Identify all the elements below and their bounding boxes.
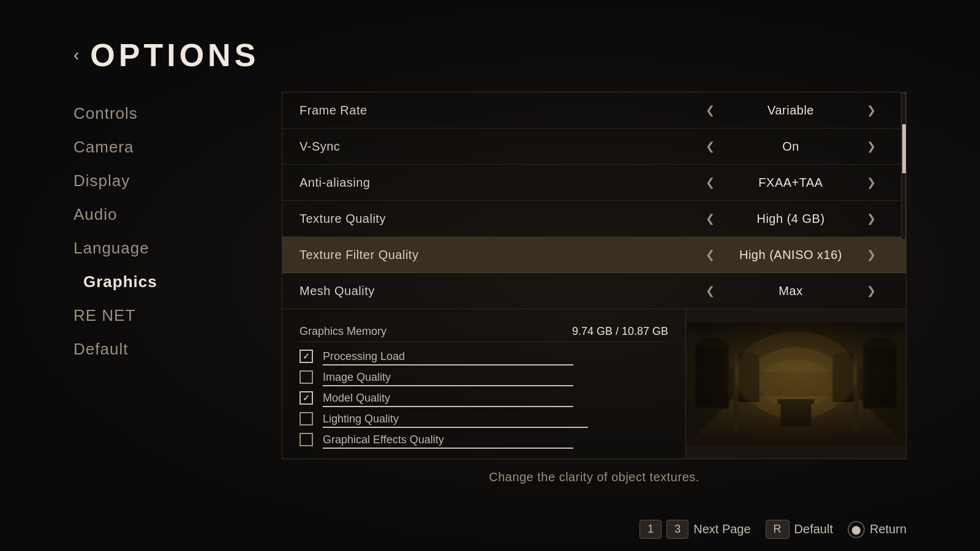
arrow-right-3[interactable]: ❯: [862, 209, 881, 228]
checkbox-4[interactable]: [300, 433, 313, 446]
checkboxes-panel: Graphics Memory 9.74 GB / 10.87 GB Proce…: [282, 309, 685, 459]
default-label: Default: [794, 522, 833, 536]
svg-rect-26: [686, 323, 906, 444]
progress-bar-0: [323, 364, 573, 365]
arrow-left-0[interactable]: ❮: [701, 101, 720, 119]
sidebar-item-controls[interactable]: Controls: [74, 98, 245, 129]
memory-row: Graphics Memory 9.74 GB / 10.87 GB: [300, 319, 668, 342]
scrollbar-track[interactable]: [901, 92, 906, 239]
checkbox-label-0: Processing Load: [323, 350, 405, 363]
setting-row-1[interactable]: V-Sync❮On❯: [282, 129, 906, 165]
checkbox-label-2: Model Quality: [323, 392, 390, 405]
next-page-label[interactable]: Next Page: [693, 522, 750, 536]
page-key-1[interactable]: 1: [639, 520, 662, 539]
progress-bar-3: [323, 427, 588, 428]
setting-value-1: On: [729, 140, 852, 154]
return-label: Return: [870, 522, 907, 536]
checkbox-label-4: Graphical Effects Quality: [323, 433, 444, 446]
setting-name-5: Mesh Quality: [300, 284, 693, 298]
footer-page-nav: 1 3 Next Page: [639, 520, 750, 539]
arrow-right-2[interactable]: ❯: [862, 173, 881, 192]
setting-name-4: Texture Filter Quality: [300, 248, 693, 262]
checkbox-item-1: Image Quality: [300, 370, 668, 386]
footer-default: R Default: [766, 520, 833, 539]
footer: 1 3 Next Page R Default ⬤ Return: [0, 512, 980, 551]
default-key[interactable]: R: [766, 520, 790, 539]
checkbox-label-1: Image Quality: [323, 371, 391, 384]
checkbox-1[interactable]: [300, 370, 313, 384]
arrow-right-4[interactable]: ❯: [862, 246, 881, 264]
bottom-section: Graphics Memory 9.74 GB / 10.87 GB Proce…: [282, 309, 907, 459]
preview-panel: [685, 309, 906, 459]
setting-value-0: Variable: [729, 103, 852, 118]
settings-panel: Frame Rate❮Variable❯V-Sync❮On❯Anti-alias…: [282, 92, 907, 512]
setting-row-0[interactable]: Frame Rate❮Variable❯: [282, 92, 906, 129]
sidebar: ControlsCameraDisplayAudioLanguageGraphi…: [74, 92, 245, 512]
sidebar-item-graphics[interactable]: Graphics: [74, 266, 245, 298]
sidebar-item-re-net[interactable]: RE NET: [74, 300, 245, 331]
arrow-right-1[interactable]: ❯: [862, 137, 881, 156]
checkbox-2[interactable]: [300, 391, 313, 405]
arrow-right-0[interactable]: ❯: [862, 101, 881, 119]
sidebar-item-display[interactable]: Display: [74, 165, 245, 197]
footer-return: ⬤ Return: [848, 521, 907, 538]
arrow-left-5[interactable]: ❮: [701, 282, 720, 300]
arrow-left-4[interactable]: ❮: [701, 246, 720, 264]
setting-row-2[interactable]: Anti-aliasing❮FXAA+TAA❯: [282, 165, 906, 201]
return-icon[interactable]: ⬤: [848, 521, 865, 538]
arrow-left-1[interactable]: ❮: [701, 137, 720, 156]
setting-name-3: Texture Quality: [300, 212, 693, 226]
sidebar-item-default[interactable]: Default: [74, 334, 245, 365]
setting-value-3: High (4 GB): [729, 212, 852, 226]
page-title: OPTIONS: [90, 37, 259, 73]
memory-value: 9.74 GB / 10.87 GB: [572, 325, 668, 338]
checkbox-label-3: Lighting Quality: [323, 413, 399, 425]
setting-row-4[interactable]: Texture Filter Quality❮High (ANISO x16)❯: [282, 237, 906, 273]
sidebar-item-camera[interactable]: Camera: [74, 132, 245, 163]
preview-image: [686, 309, 906, 459]
progress-bar-2: [323, 406, 573, 407]
memory-label: Graphics Memory: [300, 325, 386, 338]
setting-value-4: High (ANISO x16): [729, 248, 852, 262]
checkbox-3[interactable]: [300, 412, 313, 425]
sidebar-item-audio[interactable]: Audio: [74, 199, 245, 230]
progress-bar-4: [323, 448, 573, 449]
arrow-right-5[interactable]: ❯: [862, 282, 881, 300]
arrow-left-2[interactable]: ❮: [701, 173, 720, 192]
page-key-3[interactable]: 3: [666, 520, 688, 539]
setting-value-2: FXAA+TAA: [729, 176, 852, 190]
checkbox-0[interactable]: [300, 350, 313, 363]
setting-value-5: Max: [729, 284, 852, 298]
checkbox-item-0: Processing Load: [300, 350, 668, 365]
scrollbar-thumb: [902, 124, 906, 173]
checkbox-item-2: Model Quality: [300, 391, 668, 407]
setting-name-1: V-Sync: [300, 140, 693, 154]
progress-bar-1: [323, 385, 573, 386]
sidebar-item-language[interactable]: Language: [74, 233, 245, 264]
setting-name-0: Frame Rate: [300, 103, 693, 118]
checkbox-item-4: Graphical Effects Quality: [300, 433, 668, 449]
description-bar: Change the clarity of object textures.: [282, 459, 907, 495]
settings-list: Frame Rate❮Variable❯V-Sync❮On❯Anti-alias…: [282, 92, 907, 309]
back-arrow[interactable]: ‹: [74, 45, 79, 65]
setting-row-3[interactable]: Texture Quality❮High (4 GB)❯: [282, 201, 906, 237]
setting-row-5[interactable]: Mesh Quality❮Max❯: [282, 273, 906, 309]
arrow-left-3[interactable]: ❮: [701, 209, 720, 228]
setting-name-2: Anti-aliasing: [300, 176, 693, 190]
checkbox-item-3: Lighting Quality: [300, 412, 668, 428]
